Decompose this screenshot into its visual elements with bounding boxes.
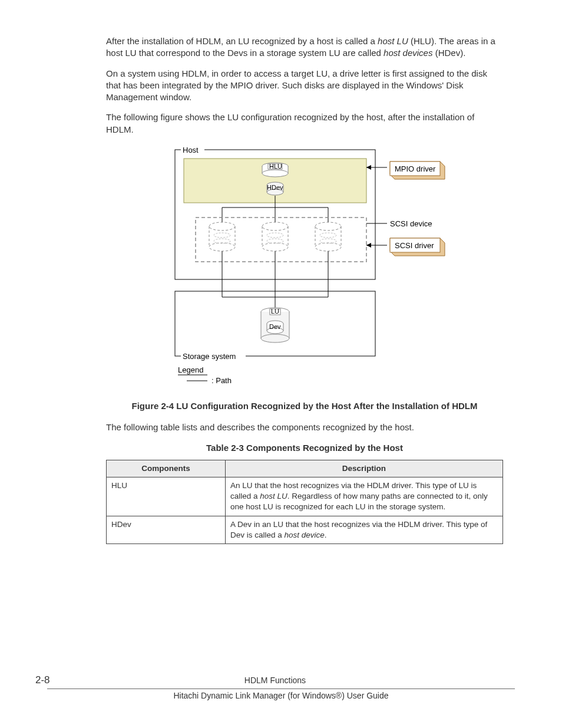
col-components: Components — [107, 460, 226, 477]
svg-marker-46 — [366, 243, 371, 248]
term-host-devices: host devices — [384, 48, 432, 58]
page-footer: 2-8 HDLM Functions Hitachi Dynamic Link … — [47, 674, 515, 701]
label-scsi-driver: SCSI driver — [395, 241, 434, 250]
svg-point-40 — [320, 233, 336, 238]
svg-point-27 — [209, 243, 235, 251]
svg-point-39 — [315, 243, 341, 251]
table-row: HLU An LU that the host recognizes via t… — [107, 477, 503, 516]
label-mpio: MPIO driver — [395, 164, 436, 173]
col-description: Description — [225, 460, 503, 477]
scsi-cylinder-icon — [209, 222, 235, 251]
term-host-lu: host LU — [260, 492, 287, 500]
table-row: HDev A Dev in an LU that the host recogn… — [107, 516, 503, 543]
scsi-driver-box: SCSI driver — [390, 238, 445, 256]
svg-point-58 — [261, 334, 289, 342]
label-storage: Storage system — [183, 352, 236, 361]
svg-point-34 — [267, 233, 283, 238]
footer-subtitle: Hitachi Dynamic Link Manager (for Window… — [47, 690, 515, 701]
lu-cylinder-icon: LU Dev — [261, 308, 289, 342]
svg-point-28 — [214, 233, 230, 238]
text: After the installation of HDLM, an LU re… — [106, 36, 378, 46]
svg-point-33 — [262, 243, 288, 251]
paragraph-3: The following figure shows the LU config… — [106, 111, 503, 136]
footer-title: HDLM Functions — [106, 675, 444, 686]
label-host: Host — [183, 146, 199, 154]
hlu-cylinder-icon: HLU — [262, 163, 288, 177]
mpio-driver-box: MPIO driver — [390, 162, 445, 179]
page-body: After the installation of HDLM, an LU re… — [106, 35, 503, 544]
figure-caption: Figure 2-4 LU Configuration Recognized b… — [130, 400, 480, 412]
svg-point-24 — [209, 222, 235, 230]
text: A Dev in an LU that the host recognizes … — [230, 520, 487, 539]
paragraph-2: On a system using HDLM, in order to acce… — [106, 68, 503, 104]
scsi-cylinder-icon — [315, 222, 341, 251]
term-host-lu: host LU — [378, 36, 408, 46]
cell-component: HDev — [107, 516, 226, 543]
paragraph-1: After the installation of HDLM, an LU re… — [106, 35, 503, 60]
svg-marker-17 — [366, 165, 371, 170]
scsi-cylinder-icon — [262, 222, 288, 251]
hdev-cylinder-icon: HDev — [267, 182, 283, 195]
text: (HDev). — [432, 48, 465, 58]
svg-point-36 — [315, 222, 341, 230]
svg-point-7 — [262, 170, 288, 177]
label-path: : Path — [211, 376, 232, 385]
text: . — [325, 531, 327, 539]
table-caption: Table 2-3 Components Recognized by the H… — [106, 442, 503, 454]
label-hdev: HDev — [267, 184, 283, 191]
cell-description: A Dev in an LU that the host recognizes … — [225, 516, 503, 543]
label-dev: Dev — [269, 323, 281, 330]
label-hlu: HLU — [269, 163, 282, 170]
paragraph-4: The following table lists and describes … — [106, 421, 503, 433]
cell-description: An LU that the host recognizes via the H… — [225, 477, 503, 516]
figure-2-4: Host HLU HDev — [106, 144, 503, 394]
components-table: Components Description HLU An LU that th… — [106, 460, 503, 544]
svg-point-30 — [262, 222, 288, 230]
label-legend: Legend — [178, 365, 203, 374]
cell-component: HLU — [107, 477, 226, 516]
label-scsi-device: SCSI device — [390, 219, 432, 228]
label-lu: LU — [271, 308, 279, 315]
page-number: 2-8 — [35, 674, 106, 687]
term-host-device: host device — [284, 531, 324, 539]
